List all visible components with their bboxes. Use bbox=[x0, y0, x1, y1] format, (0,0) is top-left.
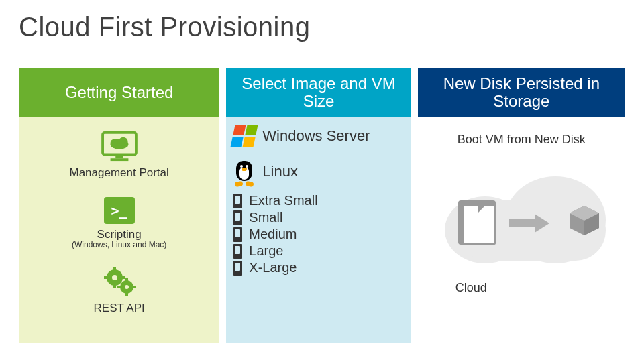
linux-tux-icon bbox=[233, 158, 256, 185]
slide: Cloud First Provisioning Getting Started… bbox=[0, 0, 644, 362]
size-row: Extra Small bbox=[233, 193, 404, 208]
cloud-diagram: Cloud bbox=[425, 154, 619, 281]
slide-title: Cloud First Provisioning bbox=[0, 0, 644, 42]
columns: Getting Started Management Portal >_ bbox=[19, 68, 625, 343]
item-rest-api: REST API bbox=[25, 264, 213, 315]
svg-rect-10 bbox=[104, 276, 109, 279]
col3-header: New Disk Persisted in Storage bbox=[418, 68, 625, 117]
col2-body: Windows Server Linux Extra Small bbox=[226, 117, 411, 343]
server-icon bbox=[233, 261, 242, 276]
col1-body: Management Portal >_ Scripting (Windows,… bbox=[19, 117, 219, 343]
col1-header: Getting Started bbox=[19, 68, 219, 117]
col3-body: Boot VM from New Disk Cloud bbox=[418, 117, 625, 343]
rest-api-label: REST API bbox=[94, 302, 145, 315]
size-label: X-Large bbox=[249, 260, 297, 276]
svg-rect-2 bbox=[110, 158, 128, 161]
svg-rect-14 bbox=[125, 278, 128, 282]
monitor-cloud-icon bbox=[100, 131, 139, 162]
col-select-image: Select Image and VM Size Windows Server bbox=[226, 68, 411, 343]
size-row: Large bbox=[233, 243, 404, 259]
svg-point-5 bbox=[119, 137, 127, 146]
svg-rect-8 bbox=[113, 267, 116, 272]
arrow-right-icon bbox=[509, 214, 549, 233]
svg-rect-1 bbox=[115, 156, 123, 158]
disk-document-icon bbox=[458, 200, 496, 245]
vm-cube-icon bbox=[566, 202, 603, 239]
svg-rect-11 bbox=[120, 276, 125, 279]
size-label: Small bbox=[249, 210, 282, 225]
size-row: X-Large bbox=[233, 260, 404, 276]
server-icon bbox=[233, 244, 242, 259]
windows-server-label: Windows Server bbox=[262, 127, 370, 145]
scripting-sublabel: (Windows, Linux and Mac) bbox=[72, 240, 166, 249]
linux-label: Linux bbox=[262, 163, 298, 180]
svg-rect-17 bbox=[132, 286, 136, 288]
svg-point-4 bbox=[110, 139, 118, 147]
svg-rect-9 bbox=[113, 283, 116, 288]
size-label: Large bbox=[249, 243, 283, 259]
size-row: Medium bbox=[233, 227, 404, 242]
item-management-portal: Management Portal bbox=[25, 131, 213, 180]
col-getting-started: Getting Started Management Portal >_ bbox=[19, 68, 219, 343]
vm-sizes-list: Extra Small Small Medium Large bbox=[233, 193, 404, 276]
svg-rect-15 bbox=[125, 292, 128, 296]
item-scripting: >_ Scripting (Windows, Linux and Mac) bbox=[25, 197, 213, 249]
size-label: Extra Small bbox=[249, 193, 317, 208]
management-portal-label: Management Portal bbox=[69, 166, 168, 180]
os-windows-row: Windows Server bbox=[233, 125, 404, 147]
server-icon bbox=[233, 210, 242, 225]
size-label: Medium bbox=[249, 227, 297, 242]
server-icon bbox=[233, 227, 242, 242]
windows-logo-icon bbox=[231, 125, 258, 147]
server-icon bbox=[233, 194, 242, 208]
disk-document-icon bbox=[478, 202, 489, 213]
cloud-label: Cloud bbox=[455, 281, 487, 295]
scripting-label: Scripting bbox=[97, 228, 142, 241]
boot-vm-label: Boot VM from New Disk bbox=[425, 133, 619, 147]
gear-icon bbox=[103, 264, 136, 298]
size-row: Small bbox=[233, 210, 404, 225]
col2-header: Select Image and VM Size bbox=[226, 68, 411, 117]
col-new-disk: New Disk Persisted in Storage Boot VM fr… bbox=[418, 68, 625, 343]
os-linux-row: Linux bbox=[233, 158, 404, 185]
svg-point-7 bbox=[112, 275, 117, 280]
terminal-icon: >_ bbox=[104, 197, 135, 224]
svg-point-13 bbox=[125, 285, 129, 289]
svg-rect-16 bbox=[117, 286, 121, 288]
